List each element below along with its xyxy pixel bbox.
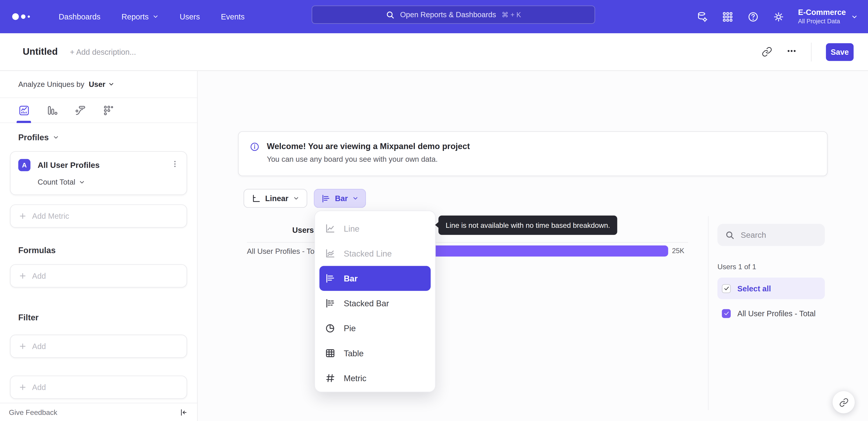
chevron-down-icon [293, 195, 300, 202]
dropdown-item-stacked-line: Stacked Line [319, 241, 431, 266]
dropdown-item-pie[interactable]: Pie [319, 316, 431, 341]
collapse-sidebar-icon[interactable] [179, 408, 188, 417]
select-all-checkbox[interactable] [722, 284, 731, 293]
chevron-down-icon [851, 13, 858, 20]
line-disabled-tooltip: Line is not available with no time based… [438, 216, 617, 235]
plus-icon [19, 272, 26, 280]
insights-icon [18, 105, 30, 116]
add-description-field[interactable]: + Add description... [70, 47, 136, 56]
more-options-icon[interactable] [786, 46, 797, 58]
dropdown-item-metric[interactable]: Metric [319, 366, 431, 390]
sidebar-footer: Give Feedback [0, 403, 197, 421]
select-all-row[interactable]: Select all [717, 278, 825, 299]
add-breakdown-button[interactable]: Add [10, 375, 187, 399]
copy-link-icon[interactable] [762, 47, 772, 57]
stacked-bar-chart-icon [325, 298, 336, 309]
chevron-down-icon [53, 134, 59, 140]
chart-type-selector-button[interactable]: Bar [314, 189, 366, 208]
chart-section-label: Users [292, 226, 314, 234]
nav-item-reports[interactable]: Reports [122, 12, 159, 21]
settings-gear-icon[interactable] [773, 11, 784, 22]
scale-selector-button[interactable]: Linear [244, 189, 307, 208]
report-header: Untitled + Add description... Save [0, 33, 868, 71]
nav-item-events[interactable]: Events [221, 12, 245, 21]
metric-menu-icon[interactable] [171, 160, 179, 170]
add-filter-button[interactable]: Add [10, 335, 187, 358]
nav-item-users[interactable]: Users [180, 12, 200, 21]
metric-letter-badge: A [18, 159, 31, 171]
series-panel: Users 1 of 1 Select all All User Profile… [717, 224, 825, 322]
apps-grid-icon[interactable] [722, 11, 733, 22]
chevron-down-icon [152, 13, 158, 20]
tab-retention[interactable] [103, 98, 115, 122]
panel-divider [708, 216, 708, 410]
report-canvas: Welcome! You are viewing a Mixpanel demo… [197, 71, 868, 421]
banner-subtitle: You can use any board you see with your … [267, 155, 827, 164]
chevron-down-icon [352, 195, 359, 202]
series-search-input[interactable] [741, 230, 813, 240]
dropdown-item-line: Line [319, 216, 431, 241]
tab-funnels[interactable] [46, 98, 58, 122]
add-metric-button[interactable]: Add Metric [10, 204, 187, 228]
project-scope: All Project Data [798, 18, 846, 25]
search-placeholder: Open Reports & Dashboards [400, 11, 496, 19]
series-search-field[interactable] [717, 224, 825, 246]
retention-icon [103, 105, 115, 116]
pie-chart-icon [325, 323, 336, 334]
axis-icon [251, 194, 261, 203]
info-icon [250, 142, 259, 152]
app-window: Dashboards Reports Users Events Open Rep… [0, 0, 868, 421]
add-formula-button[interactable]: Add [10, 264, 187, 287]
chart-gridline [247, 242, 688, 243]
metric-aggregation-selector[interactable]: Count Total [38, 178, 179, 186]
plus-icon [19, 342, 26, 350]
chart-type-dropdown: Line Stacked Line Bar Stacked Bar Pie Ta… [314, 210, 436, 392]
flows-icon [75, 105, 86, 116]
dropdown-item-stacked-bar[interactable]: Stacked Bar [319, 291, 431, 316]
hash-icon [325, 373, 336, 384]
demo-banner: Welcome! You are viewing a Mixpanel demo… [238, 131, 828, 176]
banner-title: Welcome! You are viewing a Mixpanel demo… [267, 141, 470, 151]
formulas-section-header: Formulas [18, 246, 197, 255]
stacked-line-chart-icon [325, 248, 336, 259]
help-icon[interactable] [747, 11, 758, 22]
search-shortcut: ⌘ + K [502, 11, 521, 19]
mixpanel-logo-icon[interactable] [12, 13, 30, 20]
give-feedback-link[interactable]: Give Feedback [9, 408, 57, 417]
bar-chart-icon [325, 273, 336, 284]
tab-insights[interactable] [18, 98, 30, 122]
metric-card[interactable]: A All User Profiles Count Total [10, 151, 187, 195]
share-link-button[interactable] [833, 391, 855, 413]
table-icon [325, 348, 336, 359]
series-item-row[interactable]: All User Profiles - Total [717, 304, 825, 322]
dropdown-item-bar[interactable]: Bar [319, 266, 431, 291]
chart-row-label: All User Profiles - Total [247, 247, 314, 255]
filter-section-header: Filter [18, 312, 197, 322]
metric-name[interactable]: All User Profiles [38, 161, 100, 169]
project-name: E-Commerce [798, 8, 846, 18]
profiles-section-header[interactable]: Profiles [18, 132, 197, 142]
line-chart-icon [325, 223, 336, 234]
bar-chart-icon [321, 194, 331, 203]
report-title[interactable]: Untitled [23, 46, 58, 57]
global-search-button[interactable]: Open Reports & Dashboards ⌘ + K [312, 5, 595, 24]
report-type-tabs [0, 98, 197, 123]
analyze-row: Analyze Uniques by User [0, 71, 197, 98]
top-navigation-bar: Dashboards Reports Users Events Open Rep… [0, 0, 868, 33]
analyze-entity-selector[interactable]: User [89, 80, 115, 88]
chevron-down-icon [108, 81, 115, 88]
series-count-label: Users 1 of 1 [717, 263, 825, 271]
chart-bar-value: 25K [672, 247, 684, 255]
nav-item-dashboards[interactable]: Dashboards [59, 12, 101, 21]
dropdown-item-table[interactable]: Table [319, 341, 431, 366]
search-icon [385, 10, 395, 19]
tab-flows[interactable] [75, 98, 86, 122]
data-management-icon[interactable] [696, 11, 708, 22]
link-icon [839, 397, 848, 407]
project-selector[interactable]: E-Commerce All Project Data [798, 8, 858, 25]
plus-icon [19, 212, 26, 220]
series-item-checkbox[interactable] [722, 309, 731, 318]
save-button[interactable]: Save [826, 43, 854, 61]
query-builder-sidebar: Analyze Uniques by User Profiles [0, 71, 197, 421]
search-icon [725, 230, 735, 240]
